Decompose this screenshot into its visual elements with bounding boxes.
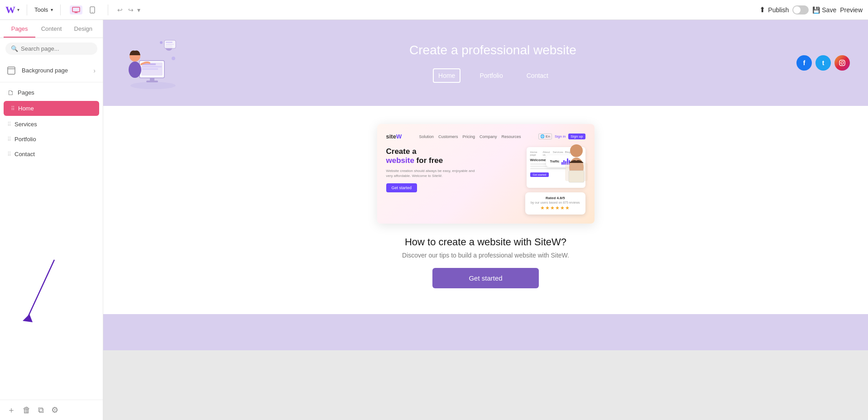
history-controls: ↩ ↪ ▾ bbox=[115, 5, 140, 15]
bg-page-left: Background page bbox=[5, 65, 68, 76]
page-item-contact[interactable]: ⠿ Contact bbox=[0, 147, 103, 162]
undo-button[interactable]: ↩ bbox=[115, 5, 125, 15]
svg-rect-10 bbox=[142, 66, 162, 67]
rating-title: Rated 4.8/5 bbox=[531, 196, 580, 200]
tools-menu[interactable]: Tools ▾ bbox=[34, 6, 53, 13]
save-label: Save bbox=[822, 6, 836, 14]
instagram-button[interactable] bbox=[834, 55, 850, 71]
duplicate-page-button[interactable]: ⧉ bbox=[38, 406, 44, 415]
twitter-button[interactable]: t bbox=[815, 55, 831, 71]
social-icons: f t bbox=[796, 55, 850, 71]
background-page-item[interactable]: Background page › bbox=[0, 59, 103, 82]
lady-illustration bbox=[556, 143, 590, 190]
save-button[interactable]: 💾 Save bbox=[812, 6, 836, 14]
tab-content[interactable]: Content bbox=[35, 20, 67, 38]
sitew-hero: Create a website for free Website creati… bbox=[386, 147, 585, 192]
cta-subtitle: Discover our tips to build a professiona… bbox=[402, 252, 569, 259]
redo-button[interactable]: ↪ bbox=[126, 5, 135, 15]
search-input[interactable] bbox=[21, 45, 92, 52]
more-button[interactable]: ▾ bbox=[137, 5, 140, 15]
svg-point-23 bbox=[841, 62, 844, 64]
sitew-hero-right: Traffic ⤴ bbox=[527, 147, 585, 188]
tools-chevron-icon: ▾ bbox=[51, 7, 53, 12]
page-footer-section bbox=[103, 314, 868, 350]
sitew-hero-text: Create a website for free Website creati… bbox=[386, 147, 477, 192]
sitew-nav: Solution Customers Pricing Company Resou… bbox=[419, 134, 521, 139]
add-page-button[interactable]: ＋ bbox=[7, 405, 15, 415]
page-search: 🔍 bbox=[5, 43, 97, 55]
sitew-nav-solution: Solution bbox=[419, 134, 434, 139]
mobile-icon[interactable] bbox=[86, 5, 99, 14]
sitew-hero-sub: Website creation should always be easy, … bbox=[386, 168, 477, 178]
publish-toggle[interactable] bbox=[792, 5, 809, 14]
save-icon: 💾 bbox=[812, 6, 820, 14]
publish-button[interactable]: ⬆ Publish bbox=[759, 5, 789, 14]
cta-title: How to create a website with SiteW? bbox=[402, 236, 569, 248]
svg-rect-3 bbox=[8, 67, 15, 74]
search-icon: 🔍 bbox=[11, 45, 18, 52]
pages-section-label: Pages bbox=[18, 89, 34, 96]
publish-label: Publish bbox=[768, 6, 789, 14]
header-nav-center: Create a professional website Home Portf… bbox=[189, 43, 796, 83]
app-logo[interactable]: W ▾ bbox=[5, 4, 19, 16]
page-settings-button[interactable]: ⚙ bbox=[51, 405, 58, 415]
hero-title-purple: website bbox=[386, 156, 414, 165]
tab-design[interactable]: Design bbox=[67, 20, 99, 38]
drag-handle-contact: ⠿ bbox=[7, 151, 11, 158]
page-list: ⠿ Home ⠿ Services ⠿ Portfolio ⠿ Contact bbox=[0, 100, 103, 400]
drag-handle-portfolio: ⠿ bbox=[7, 136, 11, 143]
rating-stars: ★★★★★★ bbox=[531, 205, 580, 211]
tab-pages[interactable]: Pages bbox=[4, 20, 35, 38]
mock-tab-1: Home page bbox=[530, 151, 541, 156]
page-label-home: Home bbox=[18, 105, 34, 112]
nav-item-contact[interactable]: Contact bbox=[522, 69, 553, 82]
facebook-button[interactable]: f bbox=[796, 55, 812, 71]
sitew-get-started-button[interactable]: Get started bbox=[386, 183, 417, 192]
bg-page-icon bbox=[5, 65, 17, 76]
nav-item-home[interactable]: Home bbox=[433, 68, 460, 83]
svg-point-25 bbox=[570, 144, 583, 157]
rating-subtitle: by our users based on 875 reviews bbox=[531, 201, 580, 204]
hero-title-line1: Create a bbox=[386, 147, 417, 156]
page-item-portfolio[interactable]: ⠿ Portfolio bbox=[0, 132, 103, 147]
page-label-services: Services bbox=[14, 121, 37, 128]
preview-button[interactable]: Preview bbox=[840, 6, 863, 14]
divider-2 bbox=[60, 5, 61, 15]
sitew-actions: 🌐 En Sign in Sign up bbox=[538, 134, 585, 139]
mock-cta-btn: Get started bbox=[530, 172, 549, 177]
logo-letter: W bbox=[5, 4, 15, 16]
chevron-right-icon: › bbox=[93, 67, 96, 74]
svg-rect-28 bbox=[569, 171, 584, 182]
header-nav: Home Portfolio Contact bbox=[433, 68, 553, 83]
cta-section: How to create a website with SiteW? Disc… bbox=[402, 236, 569, 288]
sidebar: Pages Content Design 🔍 Background page ›… bbox=[0, 20, 103, 420]
desktop-icon[interactable] bbox=[70, 5, 82, 14]
svg-rect-0 bbox=[72, 7, 80, 12]
sitew-nav-company: Company bbox=[480, 134, 497, 139]
sidebar-bottom-bar: ＋ 🗑 ⧉ ⚙ bbox=[0, 400, 103, 420]
svg-rect-13 bbox=[146, 81, 158, 82]
publish-icon: ⬆ bbox=[759, 5, 765, 14]
device-selector bbox=[70, 5, 99, 14]
svg-point-2 bbox=[92, 12, 93, 13]
rating-widget: Rated 4.8/5 by our users based on 875 re… bbox=[525, 192, 585, 215]
pages-section-header: 🗋 Pages bbox=[0, 82, 103, 100]
sitew-topbar: siteW Solution Customers Pricing Company… bbox=[386, 133, 585, 140]
cta-get-started-button[interactable]: Get started bbox=[432, 268, 538, 288]
header-illustration bbox=[121, 33, 189, 92]
svg-point-20 bbox=[172, 57, 175, 60]
canvas-area: Create a professional website Home Portf… bbox=[103, 20, 868, 420]
hero-illustration-svg bbox=[121, 33, 189, 92]
divider-3 bbox=[108, 5, 108, 15]
page-label-portfolio: Portfolio bbox=[14, 136, 36, 143]
sitew-lang: 🌐 En bbox=[538, 134, 552, 139]
nav-item-portfolio[interactable]: Portfolio bbox=[475, 69, 507, 82]
topbar: W ▾ Tools ▾ ↩ ↪ ▾ ⬆ Publish 💾 Save Previ… bbox=[0, 0, 868, 20]
page-item-services[interactable]: ⠿ Services bbox=[0, 117, 103, 132]
sitew-nav-customers: Customers bbox=[438, 134, 458, 139]
sitew-signup: Sign up bbox=[568, 134, 585, 139]
sidebar-tabs: Pages Content Design bbox=[0, 20, 103, 38]
delete-page-button[interactable]: 🗑 bbox=[23, 406, 31, 415]
sitew-nav-pricing: Pricing bbox=[463, 134, 475, 139]
page-item-home[interactable]: ⠿ Home bbox=[4, 101, 99, 116]
